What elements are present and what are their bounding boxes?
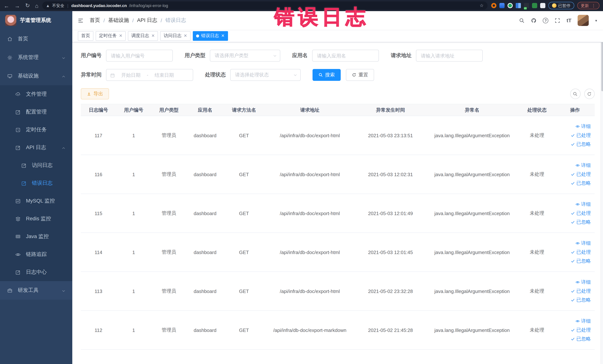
status-select[interactable]: 请选择处理状态 <box>230 69 301 81</box>
sidebar-toggle-icon[interactable] <box>78 17 84 23</box>
date-range-picker[interactable]: - <box>106 69 193 81</box>
col-exception: 异常名 <box>426 104 519 116</box>
sidebar-item-label: 定时任务 <box>26 127 47 133</box>
tab-cron-job[interactable]: 定时任务✕ <box>96 31 126 41</box>
detail-link[interactable]: 详细 <box>557 239 591 248</box>
close-icon[interactable]: ✕ <box>151 33 155 38</box>
export-button[interactable]: 导出 <box>81 88 109 99</box>
mark-ignored-link[interactable]: 已忽略 <box>557 295 591 305</box>
tab-label: 调度日志 <box>131 33 149 39</box>
breadcrumb-item[interactable]: 首页 <box>90 17 100 24</box>
mark-processed-link[interactable]: 已处理 <box>557 248 591 257</box>
sidebar-item-home[interactable]: 首页 <box>0 30 72 48</box>
cell-user-type: 管理员 <box>151 233 186 272</box>
breadcrumb-item[interactable]: API 日志 <box>137 17 157 24</box>
detail-link[interactable]: 详细 <box>557 278 591 287</box>
toggle-search-button[interactable] <box>570 89 580 99</box>
start-date-input[interactable] <box>117 72 145 78</box>
close-icon[interactable]: ✕ <box>119 33 122 38</box>
sidebar-item-cron-job[interactable]: 定时任务 <box>0 121 72 139</box>
mark-ignored-link[interactable]: 已忽略 <box>557 257 591 266</box>
update-chip[interactable]: 更新 ⋮ <box>577 2 599 9</box>
sidebar-item-trace[interactable]: 链路追踪 <box>0 246 72 263</box>
cell-log-id: 117 <box>81 116 116 155</box>
extension-adblock-icon[interactable] <box>491 3 496 8</box>
sidebar-item-mysql-monitor[interactable]: MySQL 监控 <box>0 192 72 210</box>
extension-switch-icon[interactable]: on <box>524 3 529 8</box>
extension-shield-icon[interactable] <box>499 3 504 8</box>
request-url-input[interactable] <box>416 50 482 61</box>
end-date-input[interactable] <box>151 72 178 78</box>
forward-icon[interactable]: → <box>14 2 20 9</box>
search-icon[interactable] <box>519 18 525 23</box>
avatar-caret-icon[interactable]: ▾ <box>595 18 597 23</box>
sidebar-item-devtools[interactable]: 研发工具 <box>0 281 72 300</box>
home-icon[interactable]: ⌂ <box>35 2 38 9</box>
help-icon[interactable]: ? <box>543 18 548 23</box>
mark-ignored-link[interactable]: 已忽略 <box>557 140 591 149</box>
paused-profile-chip[interactable]: 已暂停 <box>548 2 574 9</box>
extension-leaf-icon[interactable] <box>532 3 537 8</box>
breadcrumb-item[interactable]: 基础设施 <box>108 17 129 24</box>
detail-link[interactable]: 详细 <box>557 200 591 209</box>
mark-ignored-link[interactable]: 已忽略 <box>557 218 591 227</box>
detail-link[interactable]: 详细 <box>557 317 591 326</box>
sidebar-item-log-center[interactable]: 日志中心 <box>0 263 72 281</box>
select-placeholder: 请选择处理状态 <box>235 71 269 78</box>
page-scrollbar[interactable] <box>600 11 603 364</box>
reload-icon[interactable]: ↻ <box>25 2 30 9</box>
refresh-button[interactable] <box>584 89 594 99</box>
action-label: 已处理 <box>576 170 591 179</box>
detail-link[interactable]: 详细 <box>557 161 591 170</box>
security-label[interactable]: 不安全 <box>52 3 64 8</box>
user-type-select[interactable]: 请选择用户类型 <box>210 50 280 61</box>
extension-grid-icon[interactable] <box>515 3 521 8</box>
check-icon <box>570 259 575 263</box>
tab-access-log[interactable]: 访问日志✕ <box>160 31 190 41</box>
close-icon[interactable]: ✕ <box>221 33 224 38</box>
mark-processed-link[interactable]: 已处理 <box>557 287 591 295</box>
address-bar[interactable]: ▲ 不安全 | dashboard.yudao.iocoder.cn/infra… <box>42 1 487 10</box>
app-name-input[interactable] <box>313 50 379 61</box>
tab-error-log[interactable]: 错误日志✕ <box>193 31 228 41</box>
cell-log-id: 113 <box>81 272 116 311</box>
cell-method: GET <box>223 233 264 272</box>
tab-schedule-log[interactable]: 调度日志✕ <box>128 31 158 41</box>
sidebar-item-access-log[interactable]: 访问日志 <box>0 156 72 174</box>
sidebar-item-infra[interactable]: 基础设施 <box>0 67 72 85</box>
sidebar-item-redis-monitor[interactable]: Redis 监控 <box>0 210 72 228</box>
sidebar-item-file-mgmt[interactable]: 文件管理 <box>0 85 72 103</box>
extension-puzzle-icon[interactable] <box>540 3 545 8</box>
eye-icon <box>575 202 580 207</box>
fullscreen-icon[interactable] <box>555 18 560 23</box>
reset-button[interactable]: 重置 <box>346 69 374 81</box>
mark-ignored-link[interactable]: 已忽略 <box>557 335 591 343</box>
sidebar-item-error-log[interactable]: 错误日志 <box>0 174 72 192</box>
browser-menu-icon[interactable]: ⋮ <box>591 3 596 8</box>
sidebar-item-api-log[interactable]: API 日志 <box>0 139 72 156</box>
github-icon[interactable] <box>531 18 537 23</box>
sidebar-item-config-mgmt[interactable]: 配置管理 <box>0 103 72 121</box>
cell-url: /api/infra/db-doc/export-html <box>264 272 355 311</box>
mark-processed-link[interactable]: 已处理 <box>557 326 591 335</box>
extension-green-icon[interactable] <box>507 3 512 8</box>
font-size-icon[interactable]: tT <box>567 17 571 23</box>
tab-home[interactable]: 首页 <box>78 31 93 41</box>
close-icon[interactable]: ✕ <box>184 33 187 38</box>
back-icon[interactable]: ← <box>4 2 9 9</box>
sidebar-item-java-monitor[interactable]: Java 监控 <box>0 228 72 246</box>
user-id-input[interactable] <box>106 50 172 61</box>
sidebar-item-system[interactable]: 系统管理 <box>0 48 72 67</box>
bookmark-star-icon[interactable]: ☆ <box>480 3 484 8</box>
mark-processed-link[interactable]: 已处理 <box>557 170 591 179</box>
mark-ignored-link[interactable]: 已忽略 <box>557 179 591 188</box>
detail-link[interactable]: 详细 <box>557 122 591 131</box>
search-button[interactable]: 搜索 <box>313 69 341 81</box>
avatar[interactable] <box>578 15 589 26</box>
mark-processed-link[interactable]: 已处理 <box>557 209 591 218</box>
update-label: 更新 <box>581 3 589 8</box>
cell-status: 未处理 <box>519 311 556 350</box>
mark-processed-link[interactable]: 已处理 <box>557 131 591 140</box>
breadcrumb-separator: / <box>132 17 134 23</box>
sidebar-logo-row[interactable]: 芋道管理系统 <box>0 11 72 30</box>
